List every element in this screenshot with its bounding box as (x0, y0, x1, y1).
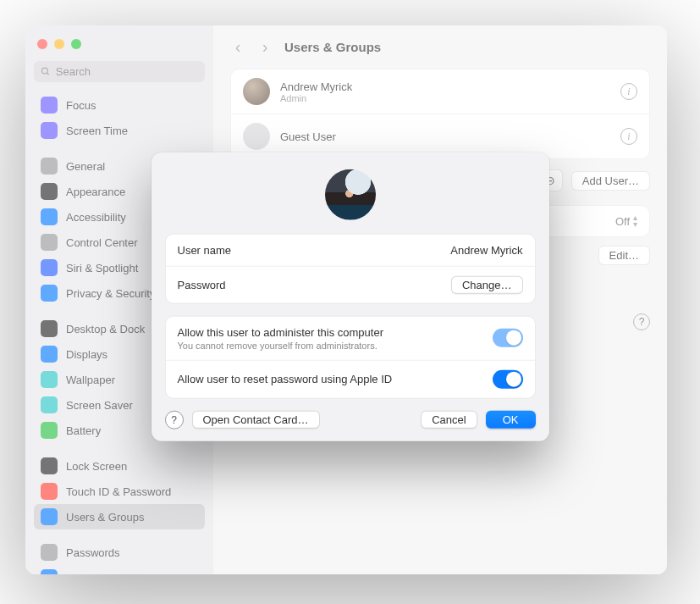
back-icon[interactable]: ‹ (230, 37, 245, 57)
user-name: Guest User (280, 130, 336, 143)
close-window-icon[interactable] (37, 39, 47, 49)
help-icon[interactable]: ? (165, 410, 184, 429)
sidebar-item-label: Users & Groups (66, 511, 144, 524)
minimize-window-icon[interactable] (54, 39, 64, 49)
open-contact-card-button[interactable]: Open Contact Card… (192, 411, 320, 429)
change-password-button[interactable]: Change… (451, 275, 523, 293)
sidebar-item-label: General (66, 160, 105, 173)
autologin-value: Off (615, 215, 630, 228)
sidebar-item-icon (41, 396, 58, 413)
help-icon[interactable]: ? (633, 313, 650, 330)
admin-toggle (493, 329, 523, 347)
edit-button[interactable]: Edit… (598, 246, 650, 265)
sidebar-item[interactable]: Screen Time (34, 118, 205, 143)
sidebar-item-label: Appearance (66, 186, 125, 198)
username-value: Andrew Myrick (450, 243, 522, 256)
sidebar-item-label: Desktop & Dock (66, 323, 145, 335)
search-field[interactable] (34, 61, 205, 82)
sidebar-item-icon (41, 508, 58, 525)
sidebar-item[interactable]: Passwords (34, 540, 205, 565)
info-icon[interactable]: i (620, 83, 637, 100)
sidebar-item-icon (41, 285, 58, 302)
sidebar-item-label: Touch ID & Password (66, 485, 171, 498)
sidebar-item-icon (41, 320, 58, 337)
sidebar-item-label: Internet Accounts (66, 572, 151, 575)
avatar (243, 78, 270, 105)
svg-point-0 (41, 68, 47, 74)
admin-row: Allow this user to administer this compu… (166, 316, 535, 360)
sidebar-item-label: Privacy & Security (66, 287, 155, 300)
sidebar-item[interactable]: Focus (34, 92, 205, 118)
appleid-reset-toggle[interactable] (493, 369, 523, 388)
avatar-large[interactable] (325, 169, 376, 219)
admin-label: Allow this user to administer this compu… (178, 325, 383, 338)
sidebar-item-label: Accessibility (66, 211, 126, 224)
user-row[interactable]: Andrew Myrick Admin i (231, 69, 649, 114)
sidebar-item-label: Passwords (66, 546, 120, 559)
info-icon[interactable]: i (620, 128, 637, 145)
sidebar-item-icon (41, 544, 58, 561)
sidebar-item[interactable]: Users & Groups (34, 504, 205, 529)
sidebar-item-icon (41, 97, 58, 114)
sidebar-item-icon (41, 569, 58, 574)
password-label: Password (178, 278, 226, 291)
sidebar-item-icon (41, 208, 58, 225)
ok-button[interactable]: OK (486, 411, 536, 429)
users-list: Andrew Myrick Admin i Guest User i (230, 69, 650, 159)
password-row: Password Change… (166, 266, 535, 302)
sidebar-item-label: Displays (66, 348, 107, 361)
chevron-updown-icon: ▴▾ (633, 214, 637, 228)
user-name: Andrew Myrick (280, 80, 352, 93)
add-user-button[interactable]: Add User… (571, 171, 650, 191)
sidebar-item-label: Screen Time (66, 125, 128, 137)
appleid-reset-row: Allow user to reset password using Apple… (166, 360, 535, 397)
zoom-window-icon[interactable] (71, 39, 81, 49)
sidebar-item-icon (41, 183, 58, 200)
sidebar-item-icon (41, 122, 58, 139)
sidebar-item-icon (41, 457, 58, 474)
sidebar-item-icon (41, 346, 58, 363)
search-icon (41, 66, 51, 77)
sidebar-item-label: Wallpaper (66, 374, 115, 386)
svg-line-1 (47, 73, 48, 75)
sidebar-item-label: Screen Saver (66, 399, 133, 412)
username-row: User name Andrew Myrick (166, 234, 535, 266)
sidebar-item-icon (41, 259, 58, 276)
sidebar-item[interactable]: Touch ID & Password (34, 479, 205, 504)
username-label: User name (178, 243, 232, 256)
sidebar-item-label: Siri & Spotlight (66, 262, 138, 274)
sidebar-item-icon (41, 158, 58, 175)
window-controls (37, 39, 205, 49)
search-input[interactable] (56, 65, 198, 78)
sidebar-item-icon (41, 422, 58, 439)
sidebar-item-label: Control Center (66, 236, 138, 249)
admin-caption: You cannot remove yourself from administ… (178, 340, 383, 350)
sidebar-item[interactable]: Lock Screen (34, 453, 205, 479)
edit-user-sheet: User name Andrew Myrick Password Change…… (152, 152, 549, 441)
cancel-button[interactable]: Cancel (421, 411, 477, 429)
user-role: Admin (280, 93, 352, 103)
sidebar-item-icon (41, 483, 58, 500)
avatar (243, 123, 270, 150)
forward-icon: › (257, 37, 273, 57)
sidebar-item-label: Lock Screen (66, 460, 127, 473)
appleid-reset-label: Allow user to reset password using Apple… (178, 373, 393, 385)
sidebar-item-label: Battery (66, 424, 101, 437)
sidebar-item[interactable]: Internet Accounts (34, 565, 205, 574)
sidebar-item-icon (41, 234, 58, 251)
sidebar-item-label: Focus (66, 99, 96, 112)
sidebar-item-icon (41, 371, 58, 388)
page-title: Users & Groups (284, 40, 381, 54)
